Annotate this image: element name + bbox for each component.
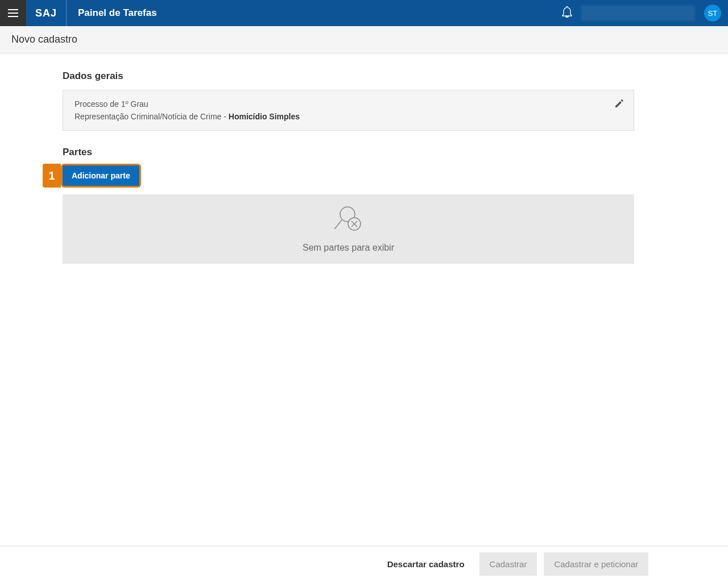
subheader: Novo cadastro (0, 26, 728, 53)
process-description: Representação Criminal/Notícia de Crime … (75, 112, 622, 121)
app-header: SAJ Painel de Tarefas ST (0, 0, 728, 26)
add-part-button[interactable]: Adicionar parte (63, 165, 139, 186)
empty-state-text: Sem partes para exibir (303, 243, 394, 253)
register-button[interactable]: Cadastrar (479, 552, 537, 576)
user-info-blurred (581, 5, 695, 21)
footer: Descartar cadastro Cadastrar Cadastrar e… (0, 546, 728, 582)
process-type-prefix: Representação Criminal/Notícia de Crime … (75, 112, 229, 121)
bell-icon[interactable] (562, 6, 572, 20)
avatar[interactable]: ST (704, 5, 721, 22)
menu-button[interactable] (0, 0, 26, 26)
callout-button-wrap: Adicionar parte (61, 164, 141, 188)
callout-number: 1 (43, 164, 61, 188)
hamburger-icon (8, 13, 18, 14)
subheader-title: Novo cadastro (11, 34, 77, 45)
general-section-title: Dados gerais (63, 70, 634, 82)
process-type-bold: Homicídio Simples (229, 112, 300, 121)
callout-highlight: 1 Adicionar parte (43, 164, 141, 188)
header-right: ST (562, 5, 728, 22)
register-petition-button[interactable]: Cadastrar e peticionar (544, 552, 648, 576)
search-empty-icon (332, 205, 366, 236)
page-title: Painel de Tarefas (67, 7, 157, 19)
empty-state: Sem partes para exibir (63, 194, 634, 264)
general-data-card: Processo de 1º Grau Representação Crimin… (63, 90, 634, 131)
main-content: Dados gerais Processo de 1º Grau Represe… (63, 53, 634, 264)
discard-button[interactable]: Descartar cadastro (379, 554, 473, 575)
edit-icon[interactable] (614, 98, 624, 111)
parts-section-title: Partes (63, 147, 634, 158)
app-logo: SAJ (26, 0, 67, 26)
process-grade: Processo de 1º Grau (75, 99, 622, 109)
parts-section: Partes 1 Adicionar parte Sem partes para… (63, 147, 634, 264)
svg-line-1 (334, 220, 342, 229)
